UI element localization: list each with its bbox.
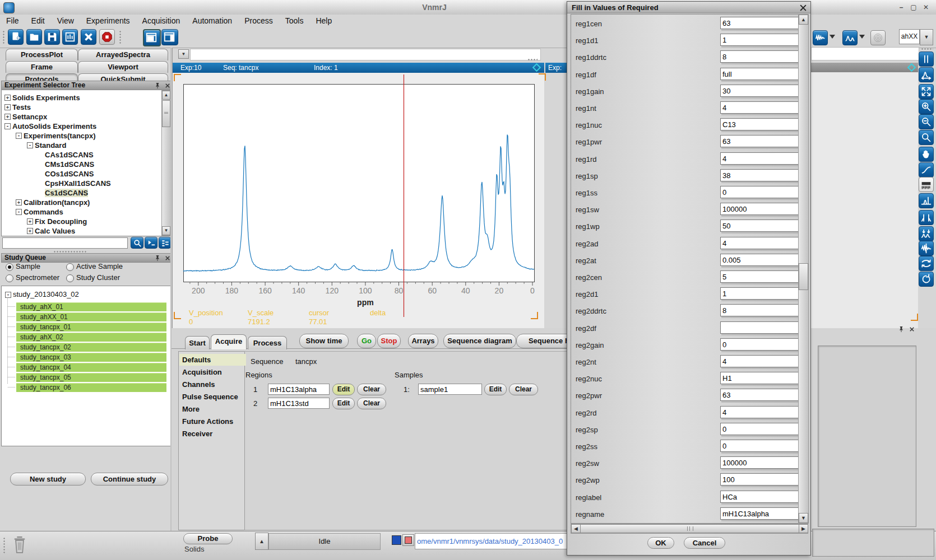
param-input-reg1ddrtc[interactable] xyxy=(720,50,799,63)
menu-file[interactable]: File xyxy=(0,15,25,27)
search-icon[interactable] xyxy=(131,237,143,249)
study-root[interactable]: study_20130403_02 xyxy=(13,290,79,298)
fid-dropdown-icon[interactable] xyxy=(830,35,835,41)
sample-1-input[interactable] xyxy=(418,384,482,395)
cancel-button[interactable]: Cancel xyxy=(684,537,725,549)
axis-ruler-icon[interactable] xyxy=(919,177,934,192)
data-path-field[interactable]: ome/vnmr1/vnmrsys/data/study_20130403_0 xyxy=(415,533,569,549)
tree-item[interactable]: -Standard xyxy=(2,141,161,150)
param-input-reg1pwr[interactable] xyxy=(720,135,799,147)
spectrum-dropdown-icon[interactable] xyxy=(859,35,865,41)
split-panes-icon[interactable] xyxy=(919,52,934,67)
scroll-up-icon[interactable]: ▲ xyxy=(799,15,808,25)
zoom-out-icon[interactable] xyxy=(919,114,934,129)
menu-item-more[interactable]: More xyxy=(179,403,246,415)
expand-status-icon[interactable]: ▲ xyxy=(255,533,268,550)
prompt-icon[interactable] xyxy=(145,237,157,249)
param-input-reg1sw[interactable] xyxy=(720,203,799,215)
display-parameters-icon[interactable] xyxy=(62,29,78,45)
dialog-hscrollbar[interactable]: ◀ ▶ xyxy=(571,524,808,534)
viewport-select-icon[interactable] xyxy=(907,63,916,72)
tree-item[interactable]: Cs1dSCANS xyxy=(2,188,161,198)
menu-item-acquisition[interactable]: Acquisition xyxy=(179,366,246,378)
workspace-dropdown-icon[interactable]: ▼ xyxy=(920,29,933,45)
param-input-reg2nt[interactable] xyxy=(720,355,799,367)
tree-item[interactable]: +Calc Values xyxy=(2,226,161,236)
tree-expander-icon[interactable]: - xyxy=(16,209,22,215)
tree-expander-icon[interactable]: - xyxy=(4,123,11,129)
target-icon[interactable] xyxy=(870,30,886,45)
region-1-clear-button[interactable]: Clear xyxy=(357,384,386,395)
phase-icon[interactable] xyxy=(919,162,934,178)
region-1-input[interactable] xyxy=(268,384,330,395)
redraw-icon[interactable] xyxy=(919,256,934,271)
protocol-search-input[interactable] xyxy=(2,237,128,249)
open-icon[interactable] xyxy=(26,29,42,45)
param-input-reg2rd[interactable] xyxy=(720,406,799,418)
param-input-reg2gain[interactable] xyxy=(720,338,799,351)
panel-drag-handle[interactable] xyxy=(53,250,87,253)
undo-icon[interactable] xyxy=(919,272,934,287)
tab-processplot[interactable]: ProcessPlot xyxy=(6,49,78,60)
param-input-reg2ad[interactable] xyxy=(720,237,799,249)
zoom-in-icon[interactable] xyxy=(919,99,934,114)
region-2-clear-button[interactable]: Clear xyxy=(357,398,386,409)
tree-item[interactable]: COs1dSCANS xyxy=(2,169,161,179)
tab-frame[interactable]: Frame xyxy=(6,61,78,73)
dialog-close-icon[interactable] xyxy=(799,4,807,12)
tree-scrollbar[interactable]: ▲ ▼ xyxy=(161,90,171,236)
tree-expander-icon[interactable]: + xyxy=(27,228,33,234)
tree-item[interactable]: CpsHXall1dSCANS xyxy=(2,179,161,188)
param-input-reg1gain[interactable] xyxy=(720,85,799,97)
magnify-icon[interactable] xyxy=(919,130,934,145)
study-item[interactable]: study_tancpx_06 xyxy=(16,383,166,392)
param-input-reg2sw[interactable] xyxy=(720,456,799,469)
tree-item[interactable]: -Commands xyxy=(2,207,161,217)
menu-acquisition[interactable]: Acquisition xyxy=(136,15,187,27)
tree-expander-icon[interactable]: + xyxy=(16,199,22,206)
menu-experiments[interactable]: Experiments xyxy=(80,15,136,27)
tree-item[interactable]: CMs1dSCANS xyxy=(2,160,161,169)
region-1-edit-button[interactable]: Edit xyxy=(332,384,355,395)
dialog-hscroll-thumb[interactable] xyxy=(580,524,799,533)
scroll-down-icon[interactable]: ▼ xyxy=(799,513,808,523)
param-input-reg1wp[interactable] xyxy=(720,220,799,232)
viewport-layout-1-icon[interactable] xyxy=(143,29,161,46)
pin-icon[interactable] xyxy=(898,326,905,333)
param-input-reg1d1[interactable] xyxy=(720,34,799,46)
tree-expander-icon[interactable]: + xyxy=(4,95,11,101)
dialog-scroll-thumb[interactable] xyxy=(799,263,808,290)
tree-view-icon[interactable] xyxy=(159,237,171,249)
param-input-reg1sp[interactable] xyxy=(720,169,799,181)
minimize-button[interactable]: – xyxy=(897,3,906,12)
tree-scroll-thumb[interactable] xyxy=(162,100,170,127)
tree-item[interactable]: -Experiments(tancpx) xyxy=(2,131,161,141)
menu-view[interactable]: View xyxy=(51,15,80,27)
study-item[interactable]: study_ahX_01 xyxy=(16,302,166,311)
study-item[interactable]: study_ahX_02 xyxy=(16,333,166,342)
abort-icon[interactable] xyxy=(99,29,115,45)
tree-item[interactable]: +Solids Experiments xyxy=(2,93,161,102)
menu-item-defaults[interactable]: Defaults xyxy=(179,354,246,366)
menu-edit[interactable]: Edit xyxy=(25,15,51,27)
param-input-reg1df[interactable] xyxy=(720,68,799,80)
arrays-button[interactable]: Arrays xyxy=(408,334,438,348)
viewport-select-icon[interactable] xyxy=(532,63,541,72)
viewport-2-canvas[interactable] xyxy=(810,72,918,328)
scroll-up-icon[interactable]: ▲ xyxy=(162,91,170,100)
radio-study-cluster[interactable] xyxy=(66,274,74,282)
param-input-reg2ddrtc[interactable] xyxy=(720,304,799,316)
tree-item[interactable]: -AutoSolids Experiments xyxy=(2,122,161,131)
toolbar-drag-handle[interactable] xyxy=(2,30,5,44)
threshold-icon[interactable] xyxy=(919,226,934,241)
study-item[interactable]: study_tancpx_01 xyxy=(16,323,166,332)
radio-sample[interactable] xyxy=(6,263,13,271)
scroll-left-icon[interactable]: ◀ xyxy=(571,524,581,533)
cursor-peak-icon[interactable] xyxy=(919,193,934,208)
pan-hand-icon[interactable] xyxy=(919,147,934,162)
tree-expander-icon[interactable]: + xyxy=(4,114,11,120)
fit-spectrum-icon[interactable] xyxy=(919,67,934,82)
close-panel-icon[interactable] xyxy=(909,326,915,333)
stop-button[interactable]: Stop xyxy=(377,334,401,348)
lock-indicator[interactable] xyxy=(392,535,401,545)
